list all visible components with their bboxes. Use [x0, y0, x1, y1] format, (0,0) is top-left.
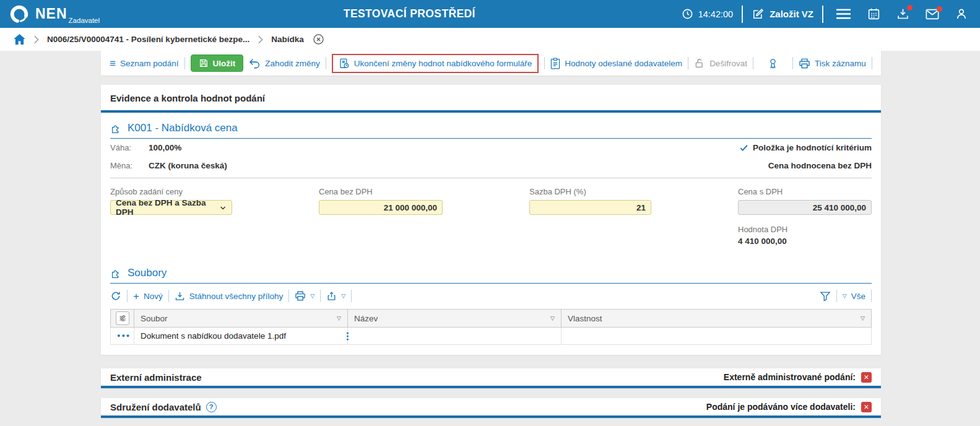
seznam-podani-button[interactable]: ≡ Seznam podání	[110, 58, 179, 69]
main-menu-button[interactable]	[836, 8, 851, 20]
supplier-values-button[interactable]: Hodnoty odeslané dodavatelem	[550, 58, 682, 69]
download-all-label: Stáhnout všechny přílohy	[189, 292, 284, 301]
caret-down-icon: ▽	[843, 293, 847, 299]
help-icon[interactable]: ?	[206, 402, 217, 412]
filter-caret-icon[interactable]: ▽	[550, 315, 555, 321]
ribbon-icon	[768, 57, 778, 70]
header-divider	[742, 6, 743, 23]
user-icon	[955, 7, 968, 20]
column-drag-handle[interactable]	[347, 332, 349, 340]
header-actions: 14:42:00 Založit VZ	[682, 6, 968, 23]
refresh-button[interactable]	[110, 290, 121, 302]
status-no-icon: ✕	[861, 372, 872, 383]
nen-logo[interactable]: NEN Zadavatel	[9, 4, 137, 25]
printer-icon	[295, 290, 306, 302]
sazba-dph-input[interactable]: 21	[529, 200, 651, 215]
zpusob-select[interactable]: Cena bez DPH a Sazba DPH	[110, 200, 232, 215]
kriterium-label: Položka je hodnotící kritérium	[753, 143, 872, 152]
breadcrumb-item-nabidka[interactable]: Nabídka	[271, 35, 304, 44]
section-k001-title: K001 - Nabídková cena	[128, 122, 238, 134]
toolbar-separator	[127, 290, 128, 302]
file-name: Dokument s nabídkou dodavatele 1.pdf	[141, 331, 286, 341]
new-file-label: Nový	[144, 292, 163, 301]
price-form: Způsob zadání ceny Cena bez DPH a Sazba …	[110, 187, 872, 215]
files-toolbar: + Nový Stáhnout všechny přílohy ▽ ▽	[110, 284, 872, 309]
column-header-soubor[interactable]: Soubor ▽	[134, 310, 348, 328]
environment-title: TESTOVACÍ PROSTŘEDÍ	[137, 7, 682, 20]
save-icon	[199, 58, 209, 68]
zpusob-field: Způsob zadání ceny Cena bez DPH a Sazba …	[110, 187, 232, 215]
section-soubory-header[interactable]: Soubory	[110, 267, 872, 284]
table-header-row: Soubor ▽ Název ▽ Vlastnost ▽	[111, 310, 872, 328]
puzzle-icon	[110, 267, 122, 279]
downloads-button[interactable]	[896, 7, 909, 20]
section-soubory-title: Soubory	[128, 267, 167, 279]
cena-bez-dph-label: Cena bez DPH	[319, 187, 443, 196]
view-all-button[interactable]: ▽ Vše	[843, 292, 865, 301]
new-file-button[interactable]: + Nový	[133, 291, 163, 302]
cell-nazev	[348, 328, 562, 345]
print-record-button[interactable]: Tisk záznamu	[799, 58, 866, 69]
mena-row: Měna: CZK (koruna česká) Cena hodnocena …	[110, 157, 872, 175]
calendar-icon	[867, 7, 880, 20]
discard-changes-button[interactable]: Zahodit změny	[249, 58, 320, 69]
notification-dot	[937, 6, 942, 12]
filter-caret-icon[interactable]: ▽	[861, 315, 865, 321]
column-header-nazev[interactable]: Název ▽	[348, 310, 562, 328]
toolbar-separator	[544, 57, 545, 69]
main-panel: Evidence a kontrola hodnot podání K001 -…	[101, 85, 881, 355]
close-tab-button[interactable]	[313, 33, 324, 45]
cena-s-dph-readonly: 25 410 000,00	[738, 200, 872, 215]
top-header: NEN Zadavatel TESTOVACÍ PROSTŘEDÍ 14:42:…	[0, 0, 980, 28]
zpusob-value: Cena bez DPH a Sazba DPH	[116, 198, 219, 217]
chevron-right-icon	[33, 35, 39, 44]
divider	[110, 178, 872, 178]
column-label: Vlastnost	[568, 314, 602, 323]
toolbar-separator	[753, 57, 753, 69]
end-form-change-button[interactable]: Ukončení změny hodnot nabídkového formul…	[332, 54, 539, 73]
home-button[interactable]	[14, 34, 25, 45]
print-table-button[interactable]: ▽	[295, 290, 314, 302]
mena-label: Měna:	[110, 161, 149, 170]
sdruzeni-title-label: Sdružení dodavatelů	[110, 402, 201, 412]
download-all-button[interactable]: Stáhnout všechny přílohy	[175, 291, 284, 302]
messages-button[interactable]	[926, 9, 939, 20]
user-profile-button[interactable]	[955, 7, 968, 20]
save-label: Uložit	[213, 59, 236, 68]
hodnota-dph-block: Hodnota DPH 4 410 000,00	[738, 225, 872, 246]
action-toolbar: ≡ Seznam podání Uložit Zahodit změny Uko…	[101, 51, 881, 76]
externi-title: Externí administrace	[110, 372, 202, 383]
calendar-button[interactable]	[867, 7, 880, 20]
create-vz-button[interactable]: Založit VZ	[752, 8, 813, 20]
row-menu-button[interactable]: ●●●	[117, 333, 128, 339]
row-menu-cell: ●●●	[111, 328, 134, 345]
sliders-icon	[118, 314, 127, 323]
close-icon	[313, 33, 324, 45]
decrypt-label: Dešifrovat	[709, 59, 747, 68]
toolbar-separator	[688, 57, 688, 69]
filter-caret-icon[interactable]: ▽	[337, 315, 341, 321]
column-settings-button[interactable]	[116, 311, 129, 325]
table-row[interactable]: ●●● Dokument s nabídkou dodavatele 1.pdf	[111, 328, 872, 345]
check-icon	[739, 143, 748, 152]
plus-icon: +	[133, 291, 139, 302]
files-table: Soubor ▽ Název ▽ Vlastnost ▽	[110, 309, 872, 345]
time-value: 14:42:00	[698, 9, 733, 19]
export-button[interactable]: ▽	[326, 291, 345, 302]
panel-title: Evidence a kontrola hodnot podání	[101, 85, 881, 113]
cena-bez-dph-input[interactable]: 21 000 000,00	[319, 200, 443, 215]
section-k001-header[interactable]: K001 - Nabídková cena	[110, 122, 872, 139]
save-button[interactable]: Uložit	[191, 54, 244, 72]
printer-icon	[799, 58, 810, 69]
sazba-dph-field: Sazba DPH (%) 21	[529, 187, 651, 215]
decrypt-button[interactable]: Dešifrovat	[694, 58, 747, 69]
filter-button[interactable]	[820, 291, 831, 302]
undo-icon	[249, 58, 261, 69]
column-header-vlastnost[interactable]: Vlastnost ▽	[562, 310, 872, 328]
toolbar-separator	[326, 57, 326, 69]
refresh-icon	[110, 290, 121, 302]
breadcrumb-item-procurement[interactable]: N006/25/V00004741 - Posílení kybernetick…	[47, 35, 249, 44]
view-all-label: Vše	[851, 292, 865, 301]
hodnota-dph-label: Hodnota DPH	[738, 225, 787, 234]
signature-button[interactable]	[759, 57, 787, 70]
